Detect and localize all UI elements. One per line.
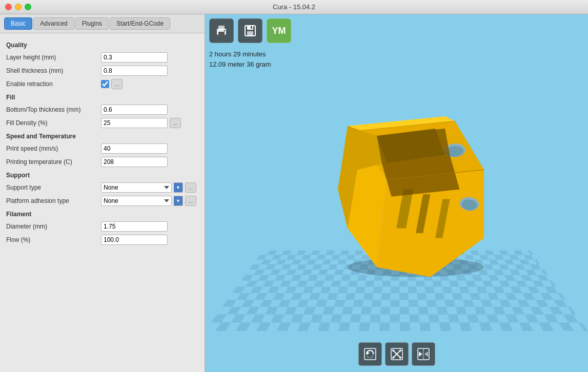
layer-height-input[interactable] [101,52,168,63]
maximize-button[interactable] [25,4,31,10]
left-panel: Basic Advanced Plugins Start/End-GCode Q… [0,14,205,372]
bottom-top-thickness-label: Bottom/Top thickness (mm) [6,106,101,113]
support-header: Support [6,172,198,180]
layer-height-row: Layer height (mm) [6,52,198,63]
layer-height-label: Layer height (mm) [6,54,101,61]
window-title: Cura - 15.04.2 [273,3,315,11]
shell-thickness-label: Shell thickness (mm) [6,67,101,74]
diameter-row: Diameter (mm) [6,221,198,232]
viewport: YM 2 hours 29 minutes 12.09 meter 36 gra… [205,14,588,372]
svg-point-36 [399,349,401,352]
fill-density-input[interactable] [101,118,168,128]
enable-retraction-label: Enable retraction [6,80,101,88]
fill-density-row: Fill Density (%) ... [6,117,198,129]
print-speed-label: Print speed (mm/s) [6,145,101,152]
platform-adhesion-row: Platform adhesion type None Brim Raft ▼ … [6,195,198,206]
support-type-label: Support type [6,184,101,191]
svg-point-35 [399,357,401,359]
minimize-button[interactable] [15,4,22,10]
print-speed-input[interactable] [101,143,168,154]
support-type-arrow[interactable]: ▼ [174,182,183,193]
title-bar: Cura - 15.04.2 [0,0,588,14]
shell-thickness-input[interactable] [101,66,168,76]
scale-tool-button[interactable] [385,342,409,366]
svg-point-3 [224,30,226,32]
window-controls[interactable] [0,4,31,10]
svg-point-34 [392,349,394,352]
layer-height-input-group [101,52,198,63]
speed-temp-header: Speed and Temperature [6,133,198,141]
enable-retraction-input-group: ... [101,79,198,89]
tab-basic[interactable]: Basic [4,17,32,30]
printing-temp-row: Printing temperature (C) [6,156,198,168]
platform-adhesion-select[interactable]: None Brim Raft [101,196,172,206]
save-icon [243,24,257,38]
shell-thickness-row: Shell thickness (mm) [6,65,198,76]
rotate-tool-button[interactable] [358,342,382,366]
filament-header: Filament [6,211,198,219]
platform-adhesion-dots[interactable]: ... [185,196,196,206]
svg-marker-41 [424,352,428,357]
bottom-top-thickness-input-group [101,105,198,115]
support-type-row: Support type None Touching buildplate Ev… [6,182,198,193]
enable-retraction-checkbox[interactable] [101,80,109,88]
form-content: Quality Layer height (mm) Shell thicknes… [0,33,205,372]
save-button[interactable] [238,18,262,43]
platform-adhesion-label: Platform adhesion type [6,197,101,204]
support-type-dots[interactable]: ... [185,182,196,193]
platform-adhesion-arrow[interactable]: ▼ [174,196,183,206]
flow-row: Flow (%) [6,234,198,245]
print-speed-row: Print speed (mm/s) [6,143,198,154]
tab-start-end-gcode[interactable]: Start/End-GCode [110,17,170,30]
platform-adhesion-input-group: None Brim Raft ▼ ... [101,196,198,206]
rotate-icon [362,346,378,362]
viewport-toolbar: YM [209,18,291,43]
quality-header: Quality [6,42,198,50]
flow-input-group [101,235,198,245]
main-container: Basic Advanced Plugins Start/End-GCode Q… [0,14,588,372]
diameter-input[interactable] [101,221,168,232]
bottom-top-thickness-row: Bottom/Top thickness (mm) [6,104,198,115]
enable-retraction-row: Enable retraction ... [6,78,198,90]
mirror-icon [416,346,431,362]
support-type-select[interactable]: None Touching buildplate Everywhere [101,182,172,193]
bottom-top-thickness-input[interactable] [101,105,168,115]
svg-point-37 [392,357,394,359]
print-icon [214,24,229,38]
fill-density-label: Fill Density (%) [6,119,101,127]
ym-label: YM [272,26,286,36]
scale-icon [389,346,404,362]
print-speed-input-group [101,143,198,154]
flow-input[interactable] [101,235,168,245]
3d-model[interactable] [318,92,513,286]
print-button[interactable] [209,18,234,43]
tab-bar: Basic Advanced Plugins Start/End-GCode [0,14,205,33]
svg-rect-1 [218,26,225,30]
close-button[interactable] [5,4,12,10]
print-info: 2 hours 29 minutes 12.09 meter 36 gram [209,49,271,69]
diameter-label: Diameter (mm) [6,223,101,230]
svg-rect-7 [251,26,252,29]
fill-density-dots[interactable]: ... [170,118,181,128]
enable-retraction-dots[interactable]: ... [111,79,123,89]
printing-temp-input-group [101,157,198,167]
flow-label: Flow (%) [6,236,101,243]
svg-rect-6 [247,31,253,35]
model-svg [318,92,513,286]
tab-plugins[interactable]: Plugins [75,17,109,30]
print-time: 2 hours 29 minutes [209,49,271,59]
printing-temp-label: Printing temperature (C) [6,158,101,166]
material-usage: 12.09 meter 36 gram [209,59,271,70]
mirror-tool-button[interactable] [412,342,435,366]
bottom-toolbar [358,342,435,366]
svg-rect-5 [247,26,253,30]
fill-header: Fill [6,94,198,102]
fill-density-input-group: ... [101,118,198,128]
ym-button[interactable]: YM [267,18,291,43]
shell-thickness-input-group [101,66,198,76]
printing-temp-input[interactable] [101,157,168,167]
tab-advanced[interactable]: Advanced [33,17,74,30]
support-type-input-group: None Touching buildplate Everywhere ▼ ..… [101,182,198,193]
svg-marker-40 [419,352,422,357]
svg-rect-2 [218,32,225,35]
